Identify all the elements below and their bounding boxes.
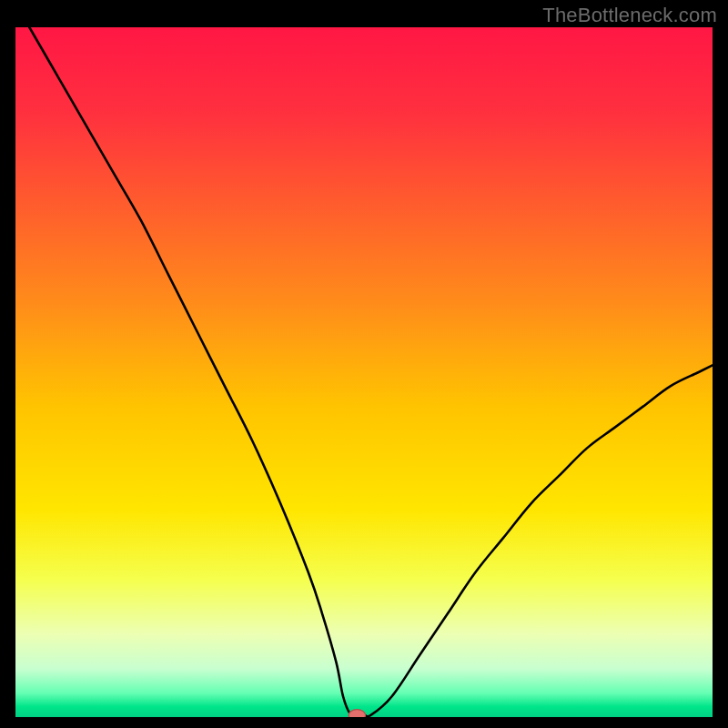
gradient-background <box>15 27 713 717</box>
watermark-text: TheBottleneck.com <box>542 4 717 27</box>
bottleneck-chart <box>0 0 728 728</box>
optimal-point-marker <box>349 710 365 721</box>
chart-frame: TheBottleneck.com <box>0 0 728 728</box>
